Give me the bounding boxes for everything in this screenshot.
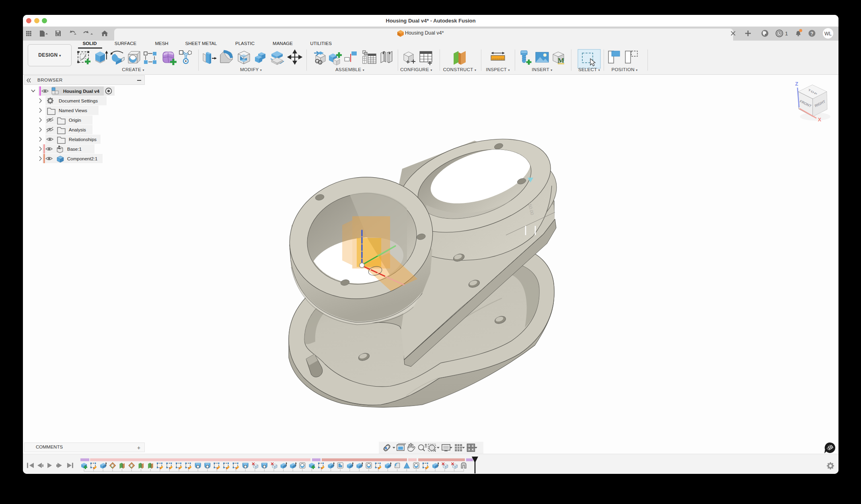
svg-text:?: ?: [810, 31, 813, 37]
svg-text:X: X: [818, 117, 822, 123]
svg-text:WL: WL: [824, 31, 832, 37]
svg-text:Z: Z: [795, 81, 798, 87]
svg-text:M: M: [558, 57, 564, 64]
svg-text:1: 1: [785, 31, 788, 37]
